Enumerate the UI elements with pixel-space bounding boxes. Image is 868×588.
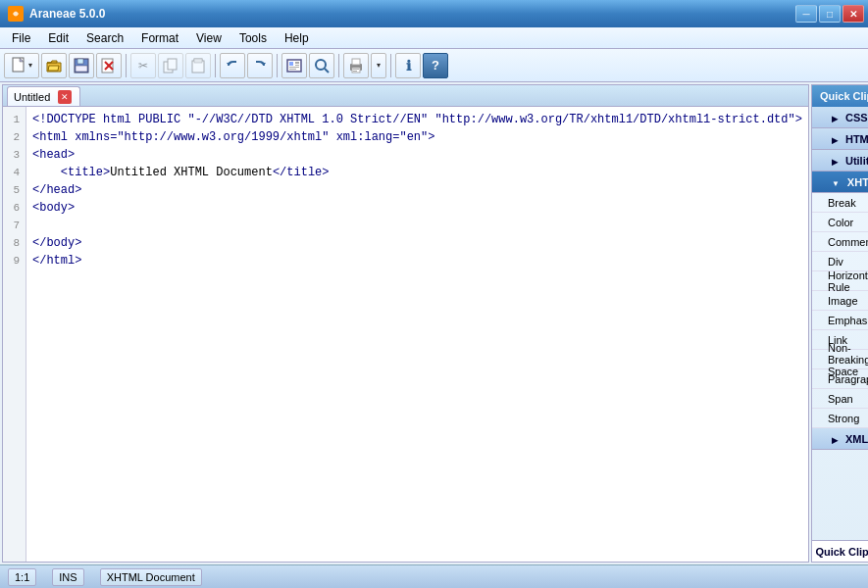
svg-rect-21 — [289, 69, 296, 70]
line-num-5: 5 — [5, 181, 24, 199]
line-num-2: 2 — [5, 128, 24, 146]
paste-btn[interactable] — [185, 53, 211, 78]
editor-tab[interactable]: Untitled ✕ — [7, 86, 80, 106]
status-bar: 1:1 INS XHTML Document — [0, 564, 868, 588]
qc-css-arrow — [832, 112, 838, 123]
undo-btn[interactable] — [220, 53, 245, 78]
qc-item-comment[interactable]: Comment(Ctrl+F1) — [812, 232, 868, 252]
qc-html-label: HTML — [845, 133, 868, 145]
line-num-1: 1 — [5, 111, 24, 128]
toolbar-sep-3 — [277, 54, 278, 77]
close-file-btn[interactable] — [96, 53, 122, 78]
menu-help[interactable]: Help — [277, 29, 317, 47]
svg-rect-26 — [352, 68, 360, 73]
svg-rect-20 — [289, 67, 299, 68]
svg-rect-17 — [289, 62, 293, 66]
find-btn[interactable] — [309, 53, 334, 78]
qc-section-utilities: Utilities — [812, 150, 868, 172]
tab-close-btn[interactable]: ✕ — [58, 90, 72, 104]
toolbar-sep-5 — [390, 54, 391, 77]
title-bar: Araneae 5.0.0 ─ □ ✕ — [0, 0, 868, 27]
svg-rect-25 — [352, 59, 360, 65]
qc-section-css: CSS — [812, 107, 868, 128]
qc-xhtml-arrow — [832, 176, 840, 188]
minimize-button[interactable]: ─ — [795, 5, 817, 23]
quick-clips-title: Quick Clips — [820, 90, 868, 102]
qc-tab-quick-clips[interactable]: Quick Clips — [812, 541, 868, 562]
qc-item-color[interactable]: Color(F5) — [812, 213, 868, 232]
qc-section-utilities-header[interactable]: Utilities — [812, 150, 868, 172]
svg-rect-10 — [168, 59, 177, 70]
qc-spacer — [812, 450, 868, 540]
qc-section-css-header[interactable]: CSS — [812, 107, 868, 128]
qc-xml-arrow — [832, 433, 838, 445]
qc-utilities-arrow — [832, 155, 838, 167]
qc-xhtml-label: XHTML — [847, 176, 868, 188]
qc-item-break[interactable]: Break(Shift+Ctrl+B) — [812, 193, 868, 213]
status-mode: INS — [52, 568, 83, 586]
print-btn[interactable] — [343, 53, 369, 78]
qc-section-xml-header[interactable]: XML — [812, 428, 868, 450]
info-btn[interactable]: ℹ — [395, 53, 421, 78]
menu-edit[interactable]: Edit — [40, 29, 77, 47]
qc-item-emphasis[interactable]: Emphasis(Ctrl+I) — [812, 311, 868, 330]
qc-item-span[interactable]: Span(Shift+Ctrl+S) — [812, 389, 868, 409]
menu-view[interactable]: View — [188, 29, 230, 47]
redo-btn[interactable] — [247, 53, 273, 78]
qc-section-html-header[interactable]: HTML — [812, 128, 868, 150]
line-num-9: 9 — [5, 252, 24, 270]
quick-clips-header: Quick Clips ✕ — [812, 85, 868, 107]
svg-rect-27 — [353, 69, 359, 70]
code-content[interactable]: <!DOCTYPE html PUBLIC "-//W3C//DTD XHTML… — [26, 107, 808, 562]
menu-search[interactable]: Search — [78, 29, 131, 47]
svg-rect-19 — [295, 65, 299, 66]
svg-rect-6 — [102, 59, 113, 73]
toolbar-sep-4 — [338, 54, 339, 77]
help-btn[interactable]: ? — [423, 53, 448, 78]
menu-tools[interactable]: Tools — [231, 29, 275, 47]
window-controls: ─ □ ✕ — [795, 5, 864, 23]
qc-item-image[interactable]: Image(F6) — [812, 291, 868, 311]
print-dropdown-btn[interactable]: ▾ — [371, 53, 386, 78]
open-btn[interactable] — [41, 53, 67, 78]
close-window-button[interactable]: ✕ — [842, 5, 864, 23]
svg-line-23 — [325, 69, 329, 73]
menu-format[interactable]: Format — [133, 29, 186, 47]
line-num-7: 7 — [5, 217, 24, 234]
tab-title: Untitled — [14, 91, 50, 103]
svg-rect-4 — [77, 59, 83, 64]
toolbar-sep-2 — [215, 54, 216, 77]
menu-bar: File Edit Search Format View Tools Help — [0, 27, 868, 49]
qc-utilities-label: Utilities — [845, 155, 868, 167]
status-position: 1:1 — [8, 568, 36, 586]
preview-btn[interactable] — [281, 53, 307, 78]
copy-btn[interactable] — [158, 53, 183, 78]
toolbar-sep-1 — [126, 54, 127, 77]
toolbar: ▾ ✂ — [0, 49, 868, 82]
svg-rect-18 — [295, 62, 299, 64]
qc-section-xhtml-header[interactable]: XHTML — [812, 172, 868, 193]
quick-clips-panel: Quick Clips ✕ CSS HTML Utilities — [811, 84, 868, 563]
line-numbers: 1 2 3 4 5 6 7 8 9 — [3, 107, 26, 562]
code-area[interactable]: 1 2 3 4 5 6 7 8 9 <!DOCTYPE html PUBLIC … — [3, 107, 808, 562]
qc-item-horizontal-rule[interactable]: Horizontal Rule(Shift+Ctrl+H) — [812, 271, 868, 291]
cut-btn[interactable]: ✂ — [130, 53, 156, 78]
qc-section-xml: XML — [812, 428, 868, 450]
qc-item-strong[interactable]: Strong(Ctrl+B) — [812, 409, 868, 428]
line-num-8: 8 — [5, 234, 24, 252]
menu-file[interactable]: File — [4, 29, 38, 47]
maximize-button[interactable]: □ — [819, 5, 841, 23]
qc-section-html: HTML — [812, 128, 868, 150]
new-dropdown-btn[interactable]: ▾ — [4, 53, 39, 78]
save-btn[interactable] — [69, 53, 94, 78]
quick-clips-tabs: Quick Clips Search — [812, 540, 868, 562]
qc-item-nbsp[interactable]: Non-Breaking Spaceift+Ctrl+Space) — [812, 350, 868, 369]
qc-xml-label: XML — [845, 433, 868, 445]
app-icon — [8, 6, 24, 22]
svg-rect-13 — [194, 59, 202, 63]
svg-point-22 — [316, 60, 326, 70]
line-num-6: 6 — [5, 199, 24, 217]
line-num-3: 3 — [5, 146, 24, 164]
status-doc-type: XHTML Document — [100, 568, 202, 586]
qc-item-paragraph[interactable]: Paragraph(Shift+Ctrl+P) — [812, 369, 868, 389]
